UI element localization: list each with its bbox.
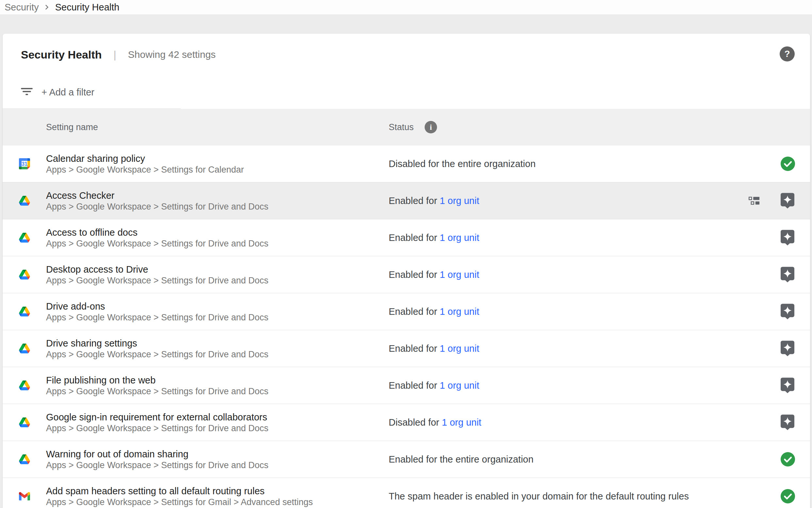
org-unit-link[interactable]: 1 org unit bbox=[440, 306, 479, 317]
calendar-icon: 31 bbox=[19, 158, 30, 169]
setting-name: Warning for out of domain sharing bbox=[46, 448, 269, 460]
table-row[interactable]: Google sign-in requirement for external … bbox=[3, 404, 810, 441]
status-cell: Enabled for1 org unit bbox=[389, 380, 479, 391]
add-filter-button[interactable]: + Add a filter bbox=[42, 87, 94, 97]
setting-cell: Access to offline docs Apps > Google Wor… bbox=[46, 226, 269, 249]
breadcrumb-security[interactable]: Security bbox=[5, 2, 39, 13]
setting-name-column-header: Setting name bbox=[46, 122, 98, 132]
table-row[interactable]: Desktop access to Drive Apps > Google Wo… bbox=[3, 256, 810, 293]
status-cell: Enabled for the entire organization bbox=[389, 454, 533, 465]
org-unit-link[interactable]: 1 org unit bbox=[440, 343, 479, 354]
settings-count: Showing 42 settings bbox=[128, 49, 216, 60]
status-text: Enabled for bbox=[389, 343, 437, 354]
status-ok-icon bbox=[781, 452, 796, 466]
setting-path: Apps > Google Workspace > Settings for D… bbox=[46, 275, 269, 286]
recommendation-icon[interactable] bbox=[781, 341, 796, 356]
table-row[interactable]: 31 Calendar sharing policy Apps > Google… bbox=[3, 145, 810, 182]
recommendation-icon[interactable] bbox=[781, 415, 796, 430]
status-cell: Enabled for1 org unit bbox=[389, 343, 479, 354]
status-column-header: Status bbox=[389, 122, 414, 132]
setting-cell: Google sign-in requirement for external … bbox=[46, 411, 269, 433]
table-row[interactable]: Drive sharing settings Apps > Google Wor… bbox=[3, 330, 810, 367]
filter-bar: + Add a filter bbox=[3, 75, 810, 109]
setting-path: Apps > Google Workspace > Settings for D… bbox=[46, 386, 269, 396]
drive-icon bbox=[19, 344, 30, 353]
security-health-page: Security Security Health Security Health… bbox=[0, 0, 812, 508]
setting-path: Apps > Google Workspace > Settings for C… bbox=[46, 164, 244, 175]
status-text: Disabled for the entire organization bbox=[389, 159, 536, 169]
status-cell: The spam header is enabled in your domai… bbox=[389, 491, 689, 502]
setting-name: Drive add-ons bbox=[46, 300, 269, 312]
breadcrumb-security-health: Security Health bbox=[55, 2, 120, 13]
status-cell: Disabled for the entire organization bbox=[389, 159, 536, 169]
recommendation-icon[interactable] bbox=[781, 193, 796, 209]
settings-list: 31 Calendar sharing policy Apps > Google… bbox=[3, 145, 810, 508]
org-unit-link[interactable]: 1 org unit bbox=[442, 417, 481, 428]
status-text: Disabled for bbox=[389, 417, 439, 428]
drive-icon bbox=[19, 307, 30, 316]
status-text: Enabled for bbox=[389, 232, 437, 243]
page-title: Security Health bbox=[21, 48, 102, 61]
drive-icon bbox=[19, 381, 30, 390]
setting-path: Apps > Google Workspace > Settings for D… bbox=[46, 238, 269, 249]
setting-name: Access to offline docs bbox=[46, 226, 269, 238]
org-unit-link[interactable]: 1 org unit bbox=[440, 196, 479, 206]
gmail-icon bbox=[19, 492, 30, 501]
info-icon[interactable]: i bbox=[425, 121, 437, 133]
drive-icon bbox=[19, 454, 30, 464]
table-row[interactable]: Access Checker Apps > Google Workspace >… bbox=[3, 182, 810, 219]
table-row[interactable]: Warning for out of domain sharing Apps >… bbox=[3, 441, 810, 478]
drive-icon bbox=[19, 233, 30, 243]
status-text: Enabled for bbox=[389, 269, 437, 280]
drive-icon bbox=[19, 196, 30, 206]
setting-name: Desktop access to Drive bbox=[46, 263, 269, 275]
status-cell: Enabled for1 org unit bbox=[389, 232, 479, 243]
table-row[interactable]: Add spam headers setting to all default … bbox=[3, 478, 810, 508]
recommendation-icon[interactable] bbox=[781, 378, 796, 393]
setting-path: Apps > Google Workspace > Settings for D… bbox=[46, 460, 269, 470]
setting-cell: File publishing on the web Apps > Google… bbox=[46, 374, 269, 396]
status-text: The spam header is enabled in your domai… bbox=[389, 491, 689, 502]
status-text: Enabled for bbox=[389, 196, 437, 206]
status-text: Enabled for bbox=[389, 380, 437, 391]
setting-path: Apps > Google Workspace > Settings for D… bbox=[46, 423, 269, 433]
table-row[interactable]: File publishing on the web Apps > Google… bbox=[3, 367, 810, 404]
status-ok-icon bbox=[781, 489, 796, 503]
setting-cell: Drive sharing settings Apps > Google Wor… bbox=[46, 337, 269, 359]
setting-name: Drive sharing settings bbox=[46, 337, 269, 349]
status-cell: Enabled for1 org unit bbox=[389, 269, 479, 280]
status-text: Enabled for bbox=[389, 306, 437, 317]
drive-icon bbox=[19, 417, 30, 427]
setting-cell: Calendar sharing policy Apps > Google Wo… bbox=[46, 153, 244, 175]
table-header: Setting name Status i bbox=[3, 109, 810, 145]
setting-cell: Warning for out of domain sharing Apps >… bbox=[46, 448, 269, 470]
org-unit-link[interactable]: 1 org unit bbox=[440, 232, 479, 243]
chevron-right-icon bbox=[42, 2, 52, 12]
title-divider: | bbox=[114, 48, 116, 60]
security-health-card: Security Health | Showing 42 settings ? … bbox=[3, 34, 810, 508]
filter-icon[interactable] bbox=[21, 88, 33, 96]
card-header: Security Health | Showing 42 settings ? bbox=[3, 34, 810, 75]
breadcrumb: Security Security Health bbox=[0, 0, 812, 14]
setting-name: File publishing on the web bbox=[46, 374, 269, 386]
setting-cell: Drive add-ons Apps > Google Workspace > … bbox=[46, 300, 269, 323]
org-unit-link[interactable]: 1 org unit bbox=[440, 380, 479, 391]
setting-path: Apps > Google Workspace > Settings for D… bbox=[46, 312, 269, 323]
setting-cell: Access Checker Apps > Google Workspace >… bbox=[46, 189, 269, 212]
setting-path: Apps > Google Workspace > Settings for G… bbox=[46, 497, 313, 507]
svg-text:31: 31 bbox=[21, 161, 28, 167]
org-units-icon[interactable] bbox=[749, 197, 760, 205]
org-unit-link[interactable]: 1 org unit bbox=[440, 269, 479, 280]
setting-cell: Add spam headers setting to all default … bbox=[46, 485, 313, 507]
setting-cell: Desktop access to Drive Apps > Google Wo… bbox=[46, 263, 269, 286]
status-cell: Disabled for1 org unit bbox=[389, 417, 481, 428]
table-row[interactable]: Drive add-ons Apps > Google Workspace > … bbox=[3, 293, 810, 330]
help-icon[interactable]: ? bbox=[780, 46, 795, 61]
setting-path: Apps > Google Workspace > Settings for D… bbox=[46, 349, 269, 359]
setting-name: Access Checker bbox=[46, 189, 269, 201]
setting-path: Apps > Google Workspace > Settings for D… bbox=[46, 201, 269, 212]
table-row[interactable]: Access to offline docs Apps > Google Wor… bbox=[3, 219, 810, 256]
recommendation-icon[interactable] bbox=[781, 267, 796, 283]
recommendation-icon[interactable] bbox=[781, 230, 796, 246]
recommendation-icon[interactable] bbox=[781, 304, 796, 320]
